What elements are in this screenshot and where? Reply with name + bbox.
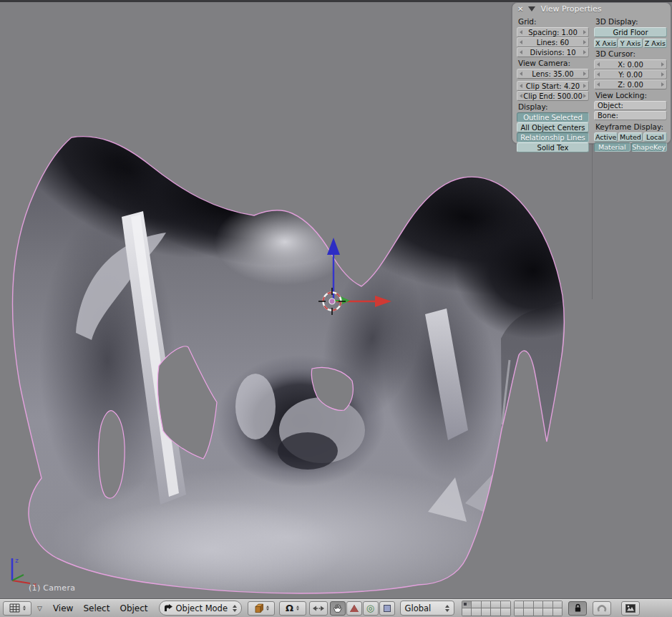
layer-toggle-10[interactable] bbox=[553, 601, 563, 608]
3d-display-section-label: 3D Display: bbox=[594, 16, 667, 27]
pulldown-menus-toggle-icon[interactable]: ▽ bbox=[37, 605, 42, 612]
lock-icon bbox=[574, 603, 582, 613]
increment-arrow-icon[interactable] bbox=[583, 72, 586, 76]
grid-spacing-field[interactable]: Spacing: 1.00 bbox=[517, 27, 589, 37]
grid-divisions-field[interactable]: Divisions: 10 bbox=[517, 47, 589, 57]
increment-arrow-icon[interactable] bbox=[661, 62, 664, 67]
grid-editor-icon bbox=[9, 603, 20, 613]
layer-toggle-13[interactable] bbox=[482, 608, 491, 616]
layer-toggle-15[interactable] bbox=[501, 608, 510, 616]
grid-lines-field[interactable]: Lines: 60 bbox=[517, 37, 589, 47]
decrement-arrow-icon[interactable] bbox=[520, 72, 522, 76]
mode-selector-value: Object Mode bbox=[176, 603, 228, 613]
layer-toggle-16[interactable] bbox=[515, 608, 524, 616]
cursor-x-field[interactable]: X: 0.00 bbox=[594, 59, 667, 69]
manipulator-toggle-group: ◎ bbox=[330, 601, 395, 616]
toggle-all-object-centers[interactable]: All Object Centers bbox=[517, 122, 589, 132]
layer-toggle-7[interactable] bbox=[524, 601, 533, 608]
decrement-arrow-icon[interactable] bbox=[520, 40, 522, 44]
increment-arrow-icon[interactable] bbox=[583, 94, 586, 98]
clip-start-field[interactable]: Clip Start: 4.20 bbox=[517, 81, 589, 91]
layer-toggle-1[interactable] bbox=[462, 601, 472, 608]
layer-toggle-11[interactable] bbox=[462, 608, 472, 616]
menu-object[interactable]: Object bbox=[120, 603, 147, 613]
layer-toggle-4[interactable] bbox=[491, 601, 500, 608]
pivot-point-button[interactable]: Ω bbox=[279, 601, 306, 616]
layer-toggle-2[interactable] bbox=[472, 601, 481, 608]
decrement-arrow-icon[interactable] bbox=[520, 30, 522, 34]
lock-layers-toggle[interactable] bbox=[568, 601, 587, 616]
layer-toggle-17[interactable] bbox=[524, 608, 533, 616]
collapse-icon[interactable] bbox=[528, 6, 535, 11]
layer-toggle-20[interactable] bbox=[553, 608, 563, 616]
lens-field[interactable]: Lens: 35.00 bbox=[517, 69, 589, 79]
layer-toggle-6[interactable] bbox=[515, 601, 524, 608]
proportional-snap-button[interactable] bbox=[593, 601, 611, 616]
toggle-z-axis[interactable]: Z Axis bbox=[643, 39, 667, 48]
toggle-keyframe-active[interactable]: Active bbox=[594, 132, 618, 142]
manipulator-hand-toggle[interactable] bbox=[330, 601, 346, 616]
layer-toggle-5[interactable] bbox=[501, 601, 510, 608]
toggle-y-axis[interactable]: Y Axis bbox=[618, 39, 642, 48]
decrement-arrow-icon[interactable] bbox=[597, 62, 600, 67]
blender-window: z x (1) Camera ✕ View Properties Grid: S… bbox=[0, 0, 672, 617]
increment-arrow-icon[interactable] bbox=[583, 30, 586, 34]
layer-toggle-19[interactable] bbox=[543, 608, 552, 616]
scale-manipulator-toggle[interactable] bbox=[379, 601, 395, 616]
dropdown-indicator-icon bbox=[266, 606, 269, 611]
layer-buttons-group-2 bbox=[514, 601, 563, 616]
view-camera-section-label: View Camera: bbox=[517, 57, 589, 69]
scale-manipulator-icon bbox=[384, 605, 391, 612]
toggle-keyframe-shapekey[interactable]: ShapeKey bbox=[631, 142, 668, 152]
mode-selector[interactable]: Object Mode bbox=[159, 601, 242, 616]
dropdown-indicator-icon bbox=[296, 606, 299, 611]
lock-bone-field[interactable]: Bone: bbox=[594, 111, 667, 120]
increment-arrow-icon[interactable] bbox=[583, 84, 586, 88]
translate-manipulator-toggle[interactable] bbox=[346, 601, 362, 616]
close-icon[interactable]: ✕ bbox=[517, 6, 523, 13]
layer-toggle-9[interactable] bbox=[543, 601, 552, 608]
increment-arrow-icon[interactable] bbox=[583, 40, 586, 44]
layer-toggle-14[interactable] bbox=[491, 608, 500, 616]
render-preview-button[interactable] bbox=[621, 601, 640, 616]
rotate-manipulator-toggle[interactable]: ◎ bbox=[363, 601, 379, 616]
layer-toggle-18[interactable] bbox=[534, 608, 543, 616]
editor-type-button[interactable] bbox=[3, 601, 31, 616]
toggle-keyframe-material[interactable]: Material bbox=[594, 142, 630, 152]
increment-arrow-icon[interactable] bbox=[661, 82, 664, 87]
clip-end-field[interactable]: Clip End: 500.00 bbox=[517, 91, 589, 101]
3d-viewport[interactable]: z x (1) Camera ✕ View Properties Grid: S… bbox=[0, 0, 672, 598]
menu-view[interactable]: View bbox=[53, 603, 73, 613]
translate-z-arrowhead[interactable] bbox=[327, 238, 340, 255]
toggle-grid-floor[interactable]: Grid Floor bbox=[594, 27, 667, 37]
manipulator-axis-button[interactable] bbox=[309, 601, 328, 616]
decrement-arrow-icon[interactable] bbox=[597, 72, 600, 77]
keyframe-section-label: Keyframe Display: bbox=[594, 121, 667, 132]
decrement-arrow-icon[interactable] bbox=[597, 82, 600, 87]
draw-type-button[interactable] bbox=[248, 601, 275, 616]
toggle-relationship-lines[interactable]: Relationship Lines bbox=[517, 132, 589, 142]
lock-object-field[interactable]: Object: bbox=[594, 101, 667, 110]
layer-buttons-group-1 bbox=[462, 601, 511, 616]
orientation-selector[interactable]: Global bbox=[400, 601, 454, 616]
snap-arc-icon bbox=[597, 603, 607, 613]
cursor-z-field[interactable]: Z: 0.00 bbox=[594, 79, 667, 89]
layer-toggle-8[interactable] bbox=[534, 601, 543, 608]
toggle-keyframe-muted[interactable]: Muted bbox=[618, 132, 642, 142]
increment-arrow-icon[interactable] bbox=[583, 50, 586, 54]
panel-header[interactable]: ✕ View Properties bbox=[512, 3, 671, 14]
cursor-y-field[interactable]: Y: 0.00 bbox=[594, 69, 667, 79]
combo-updown-icon bbox=[445, 605, 449, 612]
layer-toggle-3[interactable] bbox=[482, 601, 491, 608]
layer-toggle-12[interactable] bbox=[472, 608, 481, 616]
decrement-arrow-icon[interactable] bbox=[520, 50, 522, 54]
toggle-keyframe-local[interactable]: Local bbox=[643, 132, 667, 142]
toggle-solid-tex[interactable]: Solid Tex bbox=[517, 142, 589, 152]
increment-arrow-icon[interactable] bbox=[661, 72, 664, 77]
decrement-arrow-icon[interactable] bbox=[520, 84, 522, 88]
decrement-arrow-icon[interactable] bbox=[520, 94, 522, 98]
menu-select[interactable]: Select bbox=[83, 603, 109, 613]
toggle-x-axis[interactable]: X Axis bbox=[594, 39, 618, 48]
toggle-outline-selected[interactable]: Outline Selected bbox=[517, 112, 589, 122]
combo-updown-icon bbox=[233, 605, 237, 612]
